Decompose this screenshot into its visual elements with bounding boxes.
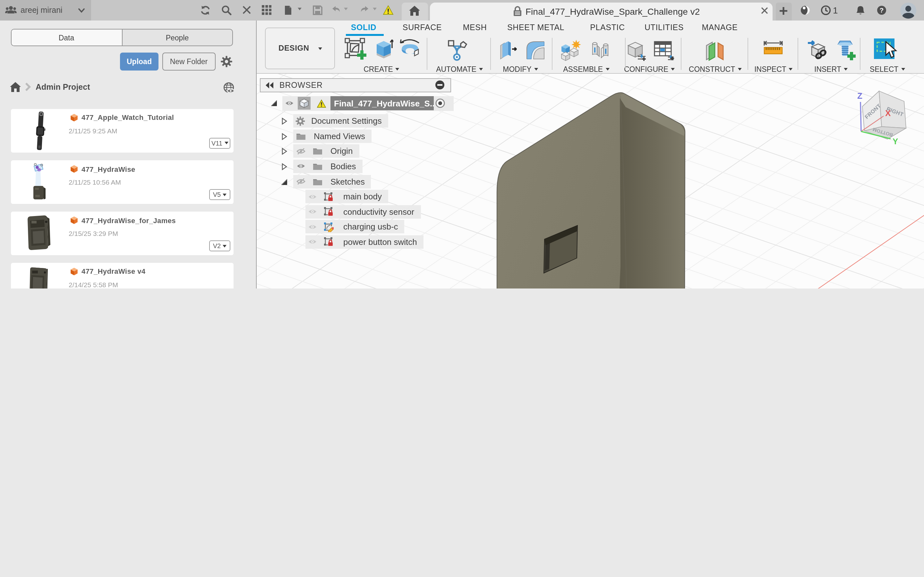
svg-text:Y: Y <box>893 137 898 146</box>
svg-text:X: X <box>885 108 891 118</box>
svg-text:?: ? <box>879 6 884 14</box>
svg-text:Z: Z <box>857 91 863 101</box>
